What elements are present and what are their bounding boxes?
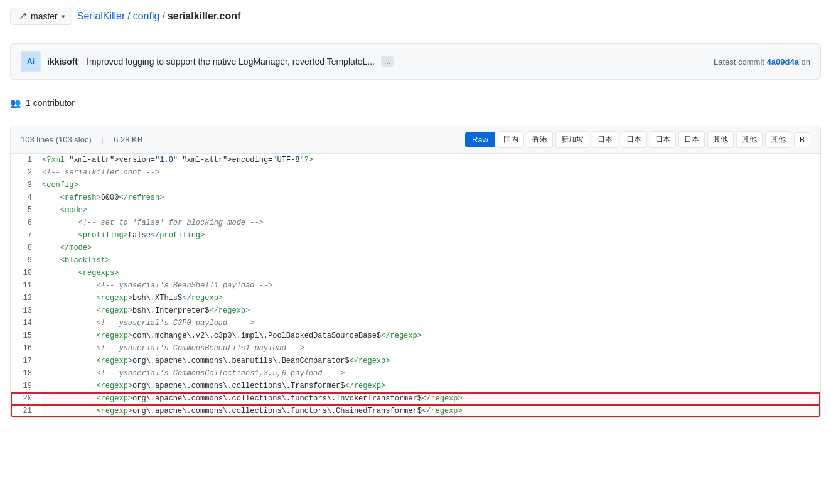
breadcrumb: SerialKiller / config / serialkiller.con…	[77, 11, 241, 22]
commit-message: Improved logging to support the native L…	[87, 56, 375, 67]
line-code: <!-- ysoserial's CommonsBeanutils1 paylo…	[42, 342, 820, 355]
line-code: <!-- ysoserial's BeanShell1 payload -->	[42, 279, 820, 292]
line-number: 13	[11, 304, 42, 317]
table-row: 11 <!-- ysoserial's BeanShell1 payload -…	[11, 279, 820, 292]
line-code: <regexp>org\.apache\.commons\.collection…	[42, 392, 820, 405]
breadcrumb-sep-2: /	[162, 11, 164, 22]
contributors-bar: 👥 1 contributor	[10, 90, 821, 115]
table-row: 10 <regexps>	[11, 267, 820, 279]
table-row: 4 <refresh>6000</refresh>	[11, 191, 820, 204]
table-row: 9 <blacklist>	[11, 254, 820, 267]
commit-author[interactable]: ikkisoft	[47, 56, 78, 67]
table-row: 16 <!-- ysoserial's CommonsBeanutils1 pa…	[11, 342, 820, 355]
line-number: 15	[11, 330, 42, 342]
table-row: 6 <!-- set to 'false' for blocking mode …	[11, 217, 820, 229]
table-row: 12 <regexp>bsh\.XThis$</regexp>	[11, 292, 820, 304]
line-code: <profiling>false</profiling>	[42, 229, 820, 242]
table-row: 5 <mode>	[11, 204, 820, 217]
file-meta-sep: |	[102, 135, 104, 144]
breadcrumb-config-link[interactable]: config	[133, 11, 160, 22]
table-row: 7 <profiling>false</profiling>	[11, 229, 820, 242]
mirror-other-2[interactable]: 其他	[736, 131, 763, 148]
line-number: 21	[11, 405, 42, 417]
line-code: <!-- serialkiller.conf -->	[42, 166, 820, 179]
table-row: 3<config>	[11, 179, 820, 191]
breadcrumb-filename: serialkiller.conf	[168, 11, 241, 22]
line-number: 16	[11, 342, 42, 355]
contributors-text: 1 contributor	[26, 98, 75, 108]
breadcrumb-repo-link[interactable]: SerialKiller	[77, 11, 125, 22]
commit-right: Latest commit 4a09d4a on	[714, 57, 810, 67]
latest-commit-label: Latest commit	[714, 57, 764, 67]
file-header: 103 lines (103 sloc) | 6.28 KB Raw 国内 香港…	[11, 126, 820, 154]
mirror-japan-3[interactable]: 日本	[650, 131, 676, 148]
file-size: 6.28 KB	[114, 135, 142, 144]
table-row: 21 <regexp>org\.apache\.commons\.collect…	[11, 405, 820, 417]
file-actions: Raw 国内 香港 新加坡 日本 日本 日本 日本 其他 其他 其他 B	[465, 131, 810, 148]
line-number: 9	[11, 254, 42, 267]
line-number: 12	[11, 292, 42, 304]
line-code: <!-- ysoserial's C3P0 payload -->	[42, 317, 820, 330]
table-row: 2<!-- serialkiller.conf -->	[11, 166, 820, 179]
commit-box: Ai ikkisoft Improved logging to support …	[10, 43, 821, 80]
branch-selector[interactable]: ⎇ master ▾	[10, 8, 72, 25]
file-lines: 103 lines (103 sloc)	[21, 135, 92, 144]
table-row: 13 <regexp>bsh\.Interpreter$</regexp>	[11, 304, 820, 317]
line-number: 19	[11, 380, 42, 392]
line-number: 14	[11, 317, 42, 330]
line-code: <config>	[42, 179, 820, 191]
file-meta: 103 lines (103 sloc) | 6.28 KB	[21, 135, 142, 144]
line-number: 2	[11, 166, 42, 179]
commit-time: on	[802, 57, 810, 67]
line-code: <regexp>org\.apache\.commons\.collection…	[42, 405, 820, 417]
mirror-other-3[interactable]: 其他	[765, 131, 791, 148]
line-code: <!-- set to 'false' for blocking mode --…	[42, 217, 820, 229]
line-number: 6	[11, 217, 42, 229]
mirror-other-1[interactable]: 其他	[707, 131, 734, 148]
line-number: 5	[11, 204, 42, 217]
commit-hash[interactable]: 4a09d4a	[767, 57, 799, 67]
line-code: <regexp>bsh\.Interpreter$</regexp>	[42, 304, 820, 317]
line-code: <!-- ysoserial's CommonsCollections1,3,5…	[42, 367, 820, 380]
line-code: <refresh>6000</refresh>	[42, 191, 820, 204]
line-number: 8	[11, 242, 42, 254]
code-container: 1<?xml "xml-attr">version="1.0" "xml-att…	[11, 154, 820, 417]
commit-more-button[interactable]: ...	[381, 56, 394, 67]
line-code: <blacklist>	[42, 254, 820, 267]
top-bar: ⎇ master ▾ SerialKiller / config / seria…	[0, 0, 831, 33]
line-number: 4	[11, 191, 42, 204]
line-number: 3	[11, 179, 42, 191]
branch-name: master	[31, 11, 58, 21]
line-number: 1	[11, 154, 42, 166]
line-code: <regexp>com\.mchange\.v2\.c3p0\.impl\.Po…	[42, 330, 820, 342]
chevron-down-icon: ▾	[62, 13, 65, 21]
mirror-japan-2[interactable]: 日本	[621, 131, 647, 148]
line-code: <mode>	[42, 204, 820, 217]
line-code: </mode>	[42, 242, 820, 254]
mirror-xianggang[interactable]: 香港	[527, 131, 553, 148]
mirror-xinjiapo[interactable]: 新加坡	[555, 131, 589, 148]
table-row: 1<?xml "xml-attr">version="1.0" "xml-att…	[11, 154, 820, 166]
avatar: Ai	[21, 51, 41, 72]
table-row: 15 <regexp>com\.mchange\.v2\.c3p0\.impl\…	[11, 330, 820, 342]
mirror-guonei[interactable]: 国内	[498, 131, 524, 148]
line-number: 20	[11, 392, 42, 405]
line-code: <?xml "xml-attr">version="1.0" "xml-attr…	[42, 154, 820, 166]
mirror-japan-4[interactable]: 日本	[678, 131, 705, 148]
line-code: <regexp>org\.apache\.commons\.collection…	[42, 380, 820, 392]
line-number: 7	[11, 229, 42, 242]
file-viewer: 103 lines (103 sloc) | 6.28 KB Raw 国内 香港…	[10, 126, 821, 418]
table-row: 20 <regexp>org\.apache\.commons\.collect…	[11, 392, 820, 405]
line-number: 10	[11, 267, 42, 279]
mirror-b[interactable]: B	[794, 132, 810, 147]
table-row: 19 <regexp>org\.apache\.commons\.collect…	[11, 380, 820, 392]
mirror-japan-1[interactable]: 日本	[592, 131, 618, 148]
raw-button[interactable]: Raw	[465, 132, 495, 147]
line-number: 17	[11, 355, 42, 367]
table-row: 17 <regexp>org\.apache\.commons\.beanuti…	[11, 355, 820, 367]
line-number: 18	[11, 367, 42, 380]
code-table: 1<?xml "xml-attr">version="1.0" "xml-att…	[11, 154, 820, 417]
commit-left: Ai ikkisoft Improved logging to support …	[21, 51, 394, 72]
line-code: <regexp>bsh\.XThis$</regexp>	[42, 292, 820, 304]
line-code: <regexps>	[42, 267, 820, 279]
